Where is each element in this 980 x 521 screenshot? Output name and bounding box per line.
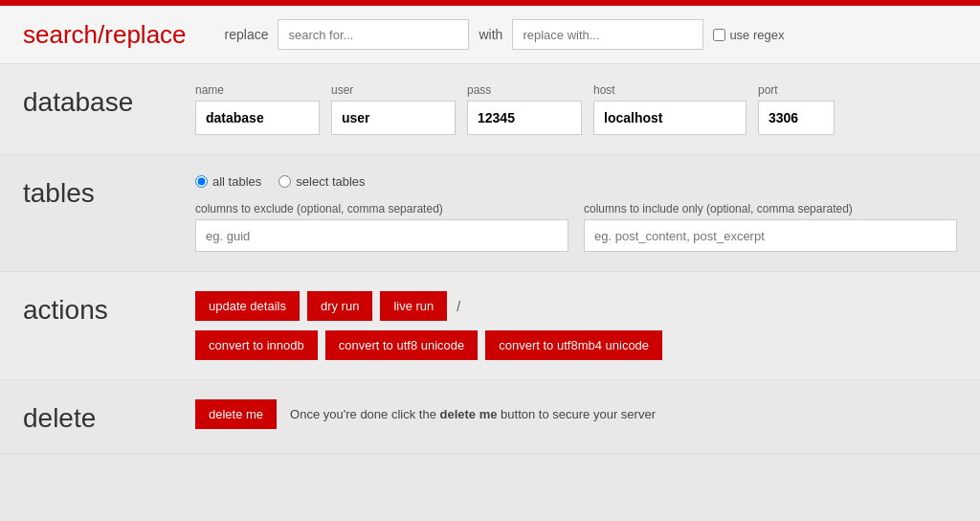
db-pass-label: pass — [467, 83, 582, 97]
database-section: database name user pass host port — [0, 64, 980, 155]
include-column-group: columns to include only (optional, comma… — [584, 202, 957, 252]
convert-utf8mb4-button[interactable]: convert to utf8mb4 unicode — [485, 330, 662, 360]
db-name-label: name — [195, 83, 320, 97]
header-section: search/replace replace with use regex — [0, 6, 980, 64]
delete-label: delete — [23, 399, 195, 434]
tables-label: tables — [23, 174, 195, 209]
actions-content: update details dry run live run / conver… — [195, 291, 957, 360]
app-title: search/replace — [23, 20, 187, 50]
delete-section: delete delete me Once you're done click … — [0, 380, 980, 454]
update-details-button[interactable]: update details — [195, 291, 300, 321]
radio-select-label: select tables — [296, 174, 365, 189]
radio-all-input[interactable] — [195, 175, 208, 188]
db-user-field: user — [331, 83, 456, 135]
regex-checkbox[interactable] — [713, 29, 725, 41]
actions-section: actions update details dry run live run … — [0, 272, 980, 380]
action-row-2: convert to innodb convert to utf8 unicod… — [195, 330, 957, 360]
header-controls: replace with use regex — [225, 19, 957, 50]
replace-input[interactable] — [512, 19, 703, 50]
radio-all-label: all tables — [212, 174, 261, 189]
live-run-button[interactable]: live run — [380, 291, 447, 321]
dry-run-button[interactable]: dry run — [307, 291, 372, 321]
convert-innodb-button[interactable]: convert to innodb — [195, 330, 318, 360]
exclude-column-group: columns to exclude (optional, comma sepa… — [195, 202, 568, 252]
slash-separator: / — [457, 299, 460, 314]
exclude-label: columns to exclude (optional, comma sepa… — [195, 202, 568, 215]
database-label: database — [23, 83, 195, 118]
delete-content: delete me Once you're done click the del… — [195, 399, 957, 429]
search-input[interactable] — [278, 19, 469, 50]
db-port-field: port — [758, 83, 835, 135]
db-user-input[interactable] — [331, 101, 456, 135]
columns-row: columns to exclude (optional, comma sepa… — [195, 202, 957, 252]
db-name-input[interactable] — [195, 101, 320, 135]
with-label: with — [479, 27, 502, 42]
exclude-input[interactable] — [195, 219, 568, 252]
database-content: name user pass host port — [195, 83, 957, 135]
db-host-input[interactable] — [593, 101, 746, 135]
include-label: columns to include only (optional, comma… — [584, 202, 957, 215]
actions-label: actions — [23, 291, 195, 326]
title-replace: replace — [104, 20, 186, 49]
delete-note-bold: delete me — [440, 407, 498, 421]
delete-content-row: delete me Once you're done click the del… — [195, 399, 957, 429]
delete-note-prefix: Once you're done click the — [290, 407, 439, 421]
include-input[interactable] — [584, 219, 957, 252]
action-buttons: update details dry run live run / conver… — [195, 291, 957, 360]
db-pass-input[interactable] — [467, 101, 582, 135]
db-host-label: host — [593, 83, 746, 97]
radio-select-input[interactable] — [278, 175, 291, 188]
db-host-field: host — [593, 83, 746, 135]
db-pass-field: pass — [467, 83, 582, 135]
radio-select-tables[interactable]: select tables — [278, 174, 365, 189]
db-name-field: name — [195, 83, 320, 135]
replace-label: replace — [225, 27, 269, 42]
db-port-input[interactable] — [758, 101, 835, 135]
radio-group: all tables select tables — [195, 174, 957, 189]
regex-label-text: use regex — [729, 28, 784, 42]
regex-label[interactable]: use regex — [713, 28, 784, 42]
action-row-1: update details dry run live run / — [195, 291, 957, 321]
db-port-label: port — [758, 83, 835, 97]
db-fields: name user pass host port — [195, 83, 957, 135]
tables-section: tables all tables select tables columns … — [0, 155, 980, 272]
tables-content: all tables select tables columns to excl… — [195, 174, 957, 252]
radio-all-tables[interactable]: all tables — [195, 174, 261, 189]
title-search: search — [23, 20, 98, 49]
delete-note: Once you're done click the delete me but… — [290, 407, 656, 421]
delete-me-button[interactable]: delete me — [195, 399, 277, 429]
db-user-label: user — [331, 83, 456, 97]
convert-utf8-button[interactable]: convert to utf8 unicode — [325, 330, 479, 360]
delete-note-suffix: button to secure your server — [497, 407, 655, 421]
